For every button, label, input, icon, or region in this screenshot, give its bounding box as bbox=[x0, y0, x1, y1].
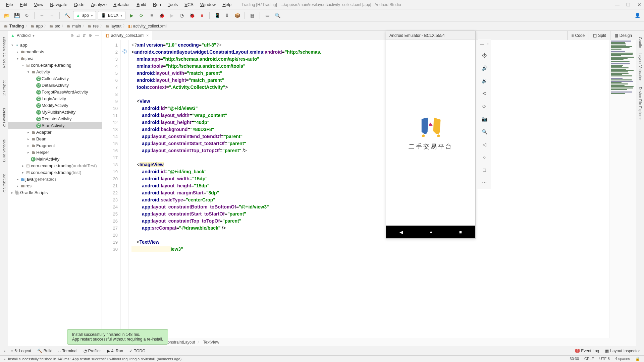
attach-debugger-icon[interactable]: 🐞 bbox=[188, 11, 196, 19]
file-encoding[interactable]: UTF-8 bbox=[599, 357, 610, 361]
view-split[interactable]: ◫Split bbox=[589, 31, 610, 40]
cursor-position[interactable]: 30:30 bbox=[570, 357, 579, 361]
tree-node[interactable]: CForgotPassWordActivity bbox=[8, 88, 102, 95]
layout-inspector-button[interactable]: ▦ Layout Inspector bbox=[605, 349, 640, 353]
menu-build[interactable]: Build bbox=[133, 1, 150, 8]
rotate-left-icon[interactable]: ⟲ bbox=[481, 90, 488, 97]
expand-icon[interactable]: ⇄ bbox=[76, 33, 80, 38]
coverage-icon[interactable]: ▶ bbox=[168, 11, 176, 19]
device-dropdown[interactable]: 📱 BCLX ▾ bbox=[98, 11, 125, 20]
hide-icon[interactable]: — bbox=[95, 33, 99, 38]
emu-back-icon[interactable]: ◀ bbox=[399, 230, 403, 235]
breadcrumb-item[interactable]: 🖿main bbox=[67, 24, 81, 28]
tree-node[interactable]: ▸🖿Bean bbox=[8, 135, 102, 142]
tree-node[interactable]: CLoginActivity bbox=[8, 95, 102, 102]
breadcrumb-item[interactable]: 🖿app bbox=[31, 24, 43, 28]
power-icon[interactable]: ⏻ bbox=[481, 52, 488, 59]
class-gutter-icon[interactable]: Ⓒ bbox=[121, 49, 128, 56]
tree-node[interactable]: ▸⊞com.example.trading (androidTest) bbox=[8, 162, 102, 169]
minimap[interactable] bbox=[609, 40, 636, 338]
tree-node[interactable]: ▾⊞com.example.trading bbox=[8, 62, 102, 68]
lock-icon[interactable]: 🔒 bbox=[635, 357, 640, 361]
menu-navigate[interactable]: Navigate bbox=[47, 1, 70, 8]
emu-home-icon[interactable]: ● bbox=[430, 230, 432, 235]
gear-icon[interactable]: ⚙ bbox=[89, 33, 92, 38]
close-icon[interactable]: ✕ bbox=[637, 2, 641, 7]
breadcrumb-item[interactable]: ◧activity_collect.xml bbox=[128, 24, 166, 28]
sdk-icon[interactable]: ⬇ bbox=[223, 11, 231, 19]
run-icon[interactable]: ▶ bbox=[127, 11, 136, 19]
bottom-todo[interactable]: ✓TODO bbox=[129, 349, 145, 353]
home-nav-icon[interactable]: ○ bbox=[481, 154, 488, 161]
tree-node[interactable]: CMyPublishActivity bbox=[8, 109, 102, 115]
menu-code[interactable]: Code bbox=[71, 1, 88, 8]
more-icon[interactable]: ⋯ bbox=[481, 179, 488, 186]
tree-node[interactable]: ▸🖿Helper bbox=[8, 149, 102, 156]
run-config-dropdown[interactable]: ▲ app ▾ bbox=[73, 11, 96, 20]
back-icon[interactable]: ← bbox=[38, 11, 46, 19]
project-view-selector[interactable]: Android bbox=[17, 33, 31, 38]
tree-node[interactable]: ▸🖿manifests bbox=[8, 48, 102, 55]
bottom-build[interactable]: 🔨Build bbox=[37, 349, 53, 353]
emu-minimize-icon[interactable]: — bbox=[480, 42, 484, 46]
open-icon[interactable]: 📂 bbox=[3, 11, 11, 19]
project-tree[interactable]: ▾▪app▸🖿manifests▾🖿java▾⊞com.example.trad… bbox=[8, 40, 102, 346]
menu-analyze[interactable]: Analyze bbox=[88, 1, 110, 8]
camera-icon[interactable]: 📷 bbox=[481, 116, 488, 122]
bottom----logcat[interactable]: ≡6: Logcat bbox=[11, 349, 31, 353]
sdk-manager-icon[interactable]: 📦 bbox=[233, 11, 241, 19]
tool----favorites[interactable]: 2: Favorites bbox=[2, 105, 6, 130]
expand-icon[interactable]: ▫ bbox=[4, 349, 5, 353]
view-code[interactable]: ≡Code bbox=[567, 31, 589, 40]
menu-refactor[interactable]: Refactor bbox=[110, 1, 133, 8]
emu-recents-icon[interactable]: ■ bbox=[459, 230, 462, 235]
maximize-icon[interactable]: ☐ bbox=[626, 2, 631, 7]
profile-icon[interactable]: ◔ bbox=[178, 11, 186, 19]
tool-device-file-explorer[interactable]: Device File Explorer bbox=[638, 84, 642, 122]
tree-node[interactable]: CDetailsActivity bbox=[8, 82, 102, 88]
debug-icon[interactable]: 🐞 bbox=[158, 11, 166, 19]
tree-node[interactable]: ▸🖿java (generated) bbox=[8, 176, 102, 182]
sync-icon[interactable]: ↻ bbox=[23, 11, 31, 19]
forward-icon[interactable]: → bbox=[48, 11, 56, 19]
tool-gradle[interactable]: Gradle bbox=[638, 34, 642, 51]
user-icon[interactable]: 👤 bbox=[633, 11, 641, 19]
editor-breadcrumb[interactable]: androidx.constraintlayout.widget.Constra… bbox=[102, 338, 636, 346]
tree-node[interactable]: CRegisterActivity bbox=[8, 115, 102, 122]
tree-node[interactable]: CCollectActivity bbox=[8, 75, 102, 82]
menu-file[interactable]: File bbox=[3, 1, 16, 8]
target-icon[interactable]: ⊕ bbox=[70, 33, 74, 38]
view-design[interactable]: ▦Design bbox=[610, 31, 636, 40]
project-structure-icon[interactable]: ▦ bbox=[248, 11, 256, 19]
indent-setting[interactable]: 4 spaces bbox=[615, 357, 630, 361]
zoom-icon[interactable]: 🔍 bbox=[481, 128, 488, 135]
event-log-button[interactable]: 4 Event Log bbox=[575, 349, 599, 353]
menu-view[interactable]: View bbox=[31, 1, 47, 8]
tree-node[interactable]: ▸⊞com.example.trading (test) bbox=[8, 169, 102, 176]
collapse-icon[interactable]: ⇵ bbox=[83, 33, 86, 38]
tool-resource-manager[interactable]: Resource Manager bbox=[2, 34, 6, 71]
breadcrumb-item[interactable]: 🖿res bbox=[88, 24, 99, 28]
back-nav-icon[interactable]: ◁ bbox=[481, 141, 488, 148]
menu-edit[interactable]: Edit bbox=[16, 1, 31, 8]
volume-down-icon[interactable]: 🔉 bbox=[481, 77, 488, 84]
menu-run[interactable]: Run bbox=[150, 1, 164, 8]
stop-icon[interactable]: ■ bbox=[198, 11, 206, 19]
tree-node[interactable]: ▸🖿res bbox=[8, 182, 102, 189]
menu-help[interactable]: Help bbox=[219, 1, 235, 8]
breadcrumb-item[interactable]: 🖿Trading bbox=[4, 24, 24, 28]
rotate-right-icon[interactable]: ⟳ bbox=[481, 103, 488, 110]
tree-node[interactable]: ▸🐘Gradle Scripts bbox=[8, 189, 102, 196]
breadcrumb-item[interactable]: 🖿layout bbox=[105, 24, 121, 28]
tree-node[interactable]: ▾🖿java bbox=[8, 55, 102, 62]
emulator-icon[interactable]: ▭ bbox=[263, 11, 271, 19]
editor-tab[interactable]: ◧ activity_collect.xml × bbox=[102, 31, 152, 40]
menu-tools[interactable]: Tools bbox=[164, 1, 181, 8]
editor-breadcrumb-item[interactable]: TextView bbox=[203, 340, 219, 345]
bottom-terminal[interactable]: ⎵Terminal bbox=[58, 349, 77, 353]
line-gutter[interactable]: 1234567891011121314151617181920212223242… bbox=[102, 40, 121, 338]
tool----structure[interactable]: 7: Structure bbox=[2, 171, 6, 196]
breadcrumb-item[interactable]: 🖿src bbox=[49, 24, 60, 28]
volume-up-icon[interactable]: 🔊 bbox=[481, 65, 488, 71]
tree-node[interactable]: ▸🖿Fragment bbox=[8, 142, 102, 149]
